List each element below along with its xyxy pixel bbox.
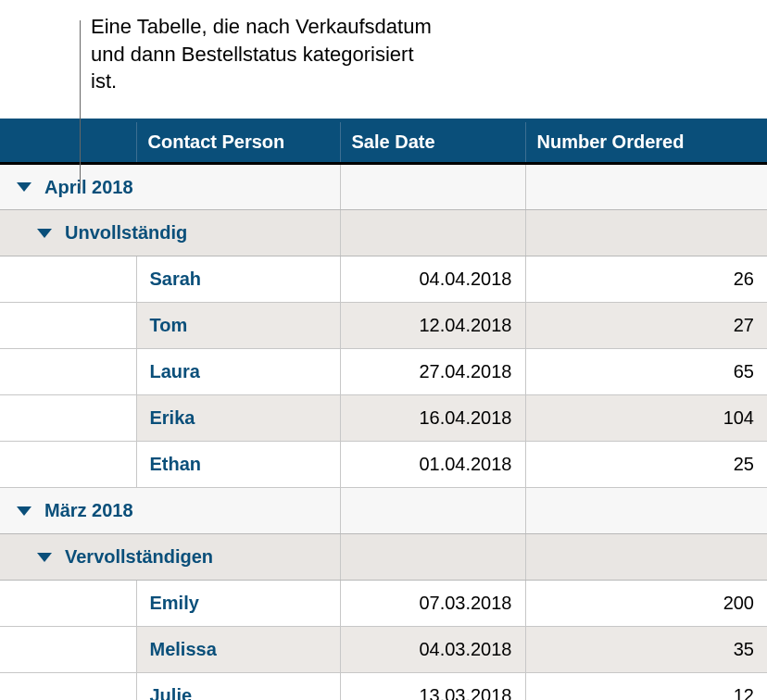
table-row[interactable]: Julie13.03.201812 [0, 673, 767, 701]
row-indent-cell [0, 349, 136, 395]
cell-number: 25 [525, 442, 767, 488]
cell-number: 65 [525, 349, 767, 395]
cell-date: 07.03.2018 [340, 581, 525, 627]
cell-date: 27.04.2018 [340, 349, 525, 395]
cell-date: 13.03.2018 [340, 673, 525, 701]
chevron-down-icon [37, 229, 52, 238]
header-blank [0, 120, 136, 164]
cell-number: 27 [525, 303, 767, 349]
row-indent-cell [0, 442, 136, 488]
table-header-row: Contact Person Sale Date Number Ordered [0, 120, 767, 164]
cell-number: 26 [525, 256, 767, 303]
cell-contact: Tom [136, 303, 340, 349]
header-sale-date: Sale Date [340, 120, 525, 164]
chevron-down-icon [17, 506, 31, 516]
table-row[interactable]: Ethan01.04.201825 [0, 442, 767, 488]
cell-number: 104 [525, 395, 767, 442]
cell-number: 35 [525, 627, 767, 673]
cell-number: 12 [525, 673, 767, 701]
cell-date: 16.04.2018 [340, 395, 525, 442]
table-row[interactable]: Laura27.04.201865 [0, 349, 767, 395]
group-label: April 2018 [44, 177, 133, 198]
group-row-level-2[interactable]: Vervollständigen [0, 534, 767, 581]
cell-date: 01.04.2018 [340, 442, 525, 488]
cell-contact: Laura [136, 349, 340, 395]
row-indent-cell [0, 581, 136, 627]
cell-contact: Emily [136, 581, 340, 627]
cell-contact: Melissa [136, 627, 340, 673]
chevron-down-icon [37, 553, 52, 562]
group-label: März 2018 [44, 500, 133, 521]
cell-date: 04.04.2018 [340, 256, 525, 303]
callout-text: Eine Tabelle, die nach Verkaufsdatum und… [91, 13, 443, 95]
group-row-level-1[interactable]: März 2018 [0, 488, 767, 534]
table-row[interactable]: Erika16.04.2018104 [0, 395, 767, 442]
cell-contact: Ethan [136, 442, 340, 488]
categorized-table: Contact Person Sale Date Number Ordered … [0, 119, 767, 700]
subgroup-label: Vervollständigen [65, 546, 213, 568]
row-indent-cell [0, 303, 136, 349]
cell-number: 200 [525, 581, 767, 627]
callout-connector-line [80, 20, 81, 189]
cell-date: 12.04.2018 [340, 303, 525, 349]
row-indent-cell [0, 673, 136, 701]
table-row[interactable]: Emily07.03.2018200 [0, 581, 767, 627]
cell-contact: Erika [136, 395, 340, 442]
row-indent-cell [0, 627, 136, 673]
row-indent-cell [0, 395, 136, 442]
row-indent-cell [0, 256, 136, 303]
cell-contact: Sarah [136, 256, 340, 303]
cell-date: 04.03.2018 [340, 627, 525, 673]
group-row-level-1[interactable]: April 2018 [0, 164, 767, 210]
cell-contact: Julie [136, 673, 340, 701]
header-contact: Contact Person [136, 120, 340, 164]
table-row[interactable]: Sarah04.04.201826 [0, 256, 767, 303]
group-row-level-2[interactable]: Unvollständig [0, 210, 767, 256]
subgroup-label: Unvollständig [65, 222, 187, 244]
chevron-down-icon [17, 182, 31, 192]
table-row[interactable]: Melissa04.03.201835 [0, 627, 767, 673]
header-number-ordered: Number Ordered [525, 120, 767, 164]
table-row[interactable]: Tom12.04.201827 [0, 303, 767, 349]
